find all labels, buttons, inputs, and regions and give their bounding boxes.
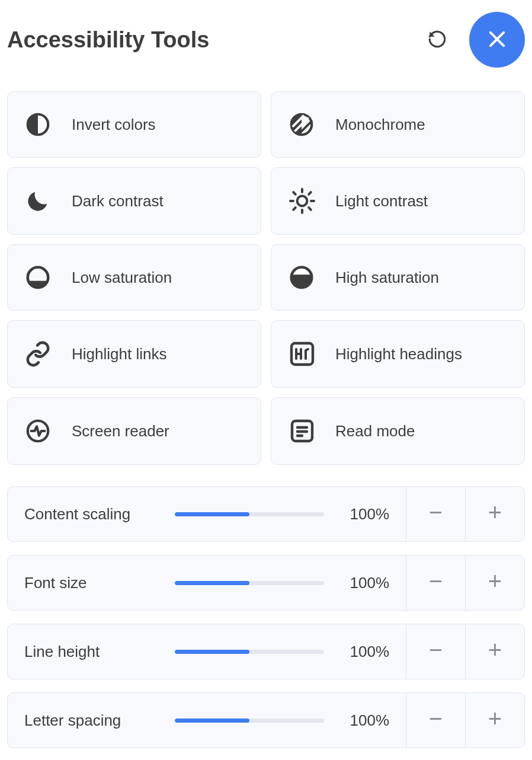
font-size-decrease-button[interactable]: − [406, 555, 465, 610]
light-contrast-card[interactable]: Light contrast [271, 167, 525, 235]
minus-icon: − [429, 500, 443, 524]
sun-icon [288, 187, 320, 215]
content-scaling-slider[interactable] [175, 512, 324, 516]
minus-icon: − [429, 569, 443, 593]
read-icon [288, 417, 320, 445]
minus-icon: − [429, 707, 443, 730]
svg-line-10 [293, 192, 296, 194]
screen-reader-card[interactable]: Screen reader [7, 397, 261, 465]
line-height-decrease-button[interactable]: − [406, 624, 465, 679]
dark-contrast-label: Dark contrast [72, 192, 164, 210]
low-saturation-label: Low saturation [72, 269, 172, 287]
minus-icon: − [429, 638, 443, 662]
high-sat-icon [288, 264, 320, 291]
monochrome-card[interactable]: Monochrome [271, 91, 525, 158]
monochrome-icon [288, 111, 320, 138]
highlight-headings-card[interactable]: Highlight headings [271, 320, 525, 388]
tools-grid: Invert colorsMonochromeDark contrastLigh… [7, 91, 525, 465]
svg-line-14 [293, 207, 296, 210]
font-size-increase-button[interactable]: + [465, 555, 524, 610]
plus-icon: + [488, 500, 502, 524]
letter-spacing-row: Letter spacing100%−+ [7, 692, 525, 748]
dark-contrast-card[interactable]: Dark contrast [7, 167, 261, 235]
close-icon [486, 28, 508, 52]
read-mode-card[interactable]: Read mode [271, 397, 525, 465]
invert-icon [24, 111, 56, 138]
letter-spacing-label: Letter spacing [24, 711, 161, 730]
content-scaling-increase-button[interactable]: + [465, 487, 524, 541]
svg-point-7 [297, 196, 307, 206]
content-scaling-main: Content scaling100% [8, 487, 406, 541]
link-icon [24, 340, 56, 368]
plus-icon: + [488, 569, 502, 593]
font-size-value: 100% [344, 574, 389, 592]
moon-icon [24, 187, 56, 215]
letter-spacing-decrease-button[interactable]: − [406, 693, 465, 748]
content-scaling-value: 100% [344, 505, 389, 523]
font-size-label: Font size [24, 574, 161, 592]
highlight-links-label: Highlight links [72, 345, 166, 363]
high-saturation-label: High saturation [335, 269, 439, 287]
light-contrast-label: Light contrast [335, 192, 428, 210]
font-size-slider[interactable] [175, 581, 324, 585]
sliders-list: Content scaling100%−+Font size100%−+Line… [7, 486, 525, 748]
invert-colors-label: Invert colors [72, 116, 156, 134]
line-height-value: 100% [344, 643, 389, 661]
plus-icon: + [488, 638, 502, 662]
letter-spacing-value: 100% [344, 711, 389, 730]
header: Accessibility Tools [7, 7, 525, 91]
line-height-slider[interactable] [175, 650, 324, 654]
activity-icon [24, 417, 56, 445]
close-button[interactable] [469, 12, 525, 68]
highlight-headings-label: Highlight headings [335, 345, 462, 363]
svg-line-15 [309, 192, 311, 194]
low-sat-icon [24, 264, 56, 291]
invert-colors-card[interactable]: Invert colors [7, 91, 261, 158]
line-height-increase-button[interactable]: + [465, 624, 524, 679]
read-mode-label: Read mode [335, 422, 415, 440]
high-saturation-card[interactable]: High saturation [271, 244, 525, 311]
letter-spacing-slider[interactable] [175, 719, 324, 723]
letter-spacing-increase-button[interactable]: + [465, 693, 524, 748]
reset-button[interactable] [423, 25, 451, 54]
reset-icon [427, 29, 447, 51]
letter-spacing-main: Letter spacing100% [8, 693, 406, 748]
h1-icon [288, 340, 320, 368]
font-size-main: Font size100% [8, 555, 406, 610]
line-height-row: Line height100%−+ [7, 624, 525, 679]
line-height-label: Line height [24, 643, 161, 661]
content-scaling-label: Content scaling [24, 505, 161, 523]
svg-line-11 [309, 207, 311, 210]
highlight-links-card[interactable]: Highlight links [7, 320, 261, 388]
content-scaling-decrease-button[interactable]: − [406, 487, 465, 541]
monochrome-label: Monochrome [335, 116, 425, 134]
screen-reader-label: Screen reader [72, 422, 169, 440]
content-scaling-row: Content scaling100%−+ [7, 486, 525, 542]
low-saturation-card[interactable]: Low saturation [7, 244, 261, 311]
line-height-main: Line height100% [8, 624, 406, 679]
font-size-row: Font size100%−+ [7, 555, 525, 611]
page-title: Accessibility Tools [7, 27, 423, 53]
plus-icon: + [488, 707, 502, 730]
